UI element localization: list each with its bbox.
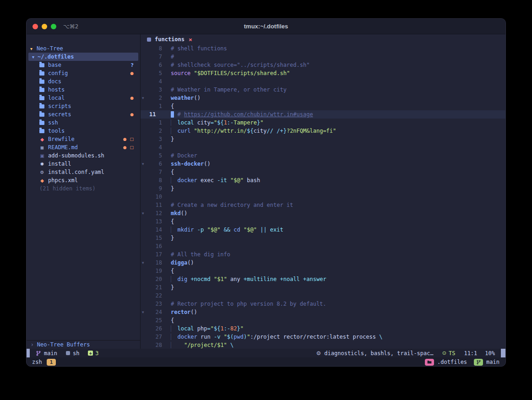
tree-item-install[interactable]: ✱install <box>27 160 140 168</box>
git-modified-badge: ● <box>123 146 127 150</box>
chevron-right-icon: › <box>31 341 33 348</box>
folder-icon <box>427 360 432 364</box>
code-line[interactable]: 19{ <box>141 267 505 275</box>
tree-item-config[interactable]: config● <box>27 69 140 77</box>
code-line[interactable]: 8▏ docker exec -it "$@" bash <box>141 176 505 184</box>
code-line[interactable]: ▾6ssh-docker() <box>141 160 505 168</box>
tmux-window-name[interactable]: zsh <box>32 359 42 365</box>
tree-item-readme-md[interactable]: ◼README.md●□ <box>27 143 140 151</box>
code-line[interactable]: ▾24rector() <box>141 308 505 316</box>
folder-icon <box>39 71 44 76</box>
fold-icon[interactable]: ▾ <box>141 310 147 314</box>
tmux-window-index[interactable]: 1 <box>47 359 56 366</box>
line-number: 3 <box>147 86 162 93</box>
code-token <box>190 128 194 134</box>
code-line[interactable]: 21} <box>141 283 505 292</box>
code-line[interactable]: 7{ <box>141 168 505 176</box>
close-window-button[interactable] <box>33 24 38 29</box>
code-line[interactable]: ▾18digga() <box>141 259 505 267</box>
code-token: { <box>171 268 174 274</box>
code-line[interactable]: 25{ <box>141 316 505 324</box>
code-line[interactable]: 11# Create a new directory and enter it <box>141 201 505 209</box>
tree-item-tools[interactable]: tools <box>27 127 140 135</box>
zoom-window-button[interactable] <box>51 24 56 29</box>
tree-item-phpcs-xml[interactable]: ◆phpcs.xml <box>27 176 140 184</box>
code-token: () <box>187 259 194 266</box>
code-buffer[interactable]: 8# shell functions7#6# shellcheck source… <box>141 44 505 349</box>
lsp-gear-icon: ⚙ <box>316 350 321 357</box>
tree-item-local[interactable]: local● <box>27 94 140 102</box>
tree-item-ssh[interactable]: ssh <box>27 119 140 127</box>
code-token: // /+ <box>267 128 283 134</box>
code-line[interactable]: 9} <box>141 184 505 193</box>
code-line[interactable]: 4 <box>141 143 505 151</box>
tab-functions[interactable]: functions <box>155 36 185 43</box>
code-line[interactable]: 20▏ dig +nocmd "$1" any +multiline +noal… <box>141 275 505 283</box>
code-token: () <box>194 95 201 101</box>
tree-item-scripts[interactable]: scripts <box>27 102 140 110</box>
code-line[interactable]: 27▏ docker run -v "$(pwd)":/project rect… <box>141 333 505 341</box>
git-status-badges: ● <box>130 71 134 76</box>
line-number: 21 <box>147 284 162 291</box>
neotree-sidebar: ▾ Neo-Tree ▾~/.dotfilesbase?config●docsh… <box>27 34 140 349</box>
tree-item-add-submodules-sh[interactable]: ▣add-submodules.sh <box>27 151 140 160</box>
minimize-window-button[interactable] <box>42 24 47 29</box>
indent-guide: ▏ <box>171 119 177 126</box>
code-token: ?2nFQM&lang=fi" <box>287 128 336 134</box>
neotree-buffers-section[interactable]: › Neo-Tree Buffers <box>27 340 140 349</box>
tree-item-docs[interactable]: docs <box>27 77 140 86</box>
tree-item-brewfile[interactable]: ◆Brewfile●□ <box>27 135 140 143</box>
code-line[interactable]: ▾2weather() <box>141 94 505 102</box>
code-line[interactable]: 17# All the dig info <box>141 250 505 259</box>
code-line[interactable]: 7# <box>141 53 505 61</box>
branch-name: main <box>44 350 57 357</box>
code-line[interactable]: 28▏ "/project/$1" \ <box>141 341 505 349</box>
tmux-directory-pill <box>425 359 434 366</box>
code-line[interactable]: 1▏ local city="${1:-Tampere}" <box>141 119 505 127</box>
git-modified-badge: ● <box>130 96 134 100</box>
code-line[interactable]: 5source "$DOTFILES/scripts/shared.sh" <box>141 69 505 77</box>
tree-item-base[interactable]: base? <box>27 61 140 69</box>
titlebar: ⌥⌘2 tmux:~/.dotfiles <box>27 19 505 34</box>
code-token: } <box>283 128 287 134</box>
tree-item-dotfiles[interactable]: ▾~/.dotfiles <box>28 53 138 61</box>
fold-icon[interactable]: ▾ <box>141 162 147 166</box>
code-line[interactable]: ▾12mkd() <box>141 209 505 217</box>
code-line[interactable]: 4 <box>141 77 505 86</box>
tree-item-hosts[interactable]: hosts <box>27 86 140 94</box>
code-line[interactable]: 1{ <box>141 102 505 110</box>
code-line[interactable]: 5# Docker <box>141 151 505 160</box>
code-line-current[interactable]: 11 # https://github.com/chubin/wttr.in#u… <box>141 110 505 119</box>
code-line[interactable]: 10 <box>141 193 505 201</box>
code-line[interactable]: 13{ <box>141 217 505 226</box>
git-untracked-badge: ? <box>131 63 134 68</box>
code-token: = <box>207 325 210 332</box>
code-token <box>267 227 270 233</box>
tree-item-secrets[interactable]: secrets● <box>27 110 140 119</box>
line-number: 22 <box>147 292 162 299</box>
close-tab-icon[interactable]: × <box>189 36 192 43</box>
code-line[interactable]: 15} <box>141 234 505 242</box>
fold-icon[interactable]: ▾ <box>141 260 147 265</box>
code-line[interactable]: 16 <box>141 242 505 250</box>
code-line[interactable]: 14▏ mkdir -p "$@" && cd "$@" || exit <box>141 226 505 234</box>
cursor-position: 11:1 <box>464 350 477 357</box>
nvim-main: ▾ Neo-Tree ▾~/.dotfilesbase?config●docsh… <box>27 34 505 349</box>
xml-icon: ◆ <box>39 178 45 183</box>
folder-icon <box>39 80 44 84</box>
fold-icon[interactable]: ▾ <box>141 211 147 216</box>
code-line[interactable]: 3} <box>141 135 505 143</box>
code-line[interactable]: 6# shellcheck source="../scripts/shared.… <box>141 61 505 69</box>
code-token <box>220 334 223 340</box>
code-line[interactable]: 22 <box>141 292 505 300</box>
code-line[interactable]: 26▏ local php="${1:-82}" <box>141 324 505 333</box>
folder-icon <box>39 96 44 100</box>
code-line[interactable]: 2▏ curl "http://wttr.in/${city// /+}?2nF… <box>141 127 505 135</box>
line-number: 17 <box>147 251 162 258</box>
fold-icon[interactable]: ▾ <box>141 96 147 100</box>
code-line[interactable]: 3# Weather in Tampere, or other city <box>141 86 505 94</box>
code-token: } <box>171 235 174 241</box>
code-line[interactable]: 8# shell functions <box>141 44 505 53</box>
tree-item-install-conf-yaml[interactable]: ⚙install.conf.yaml <box>27 168 140 176</box>
code-line[interactable]: 23# Rector project to php version 8.2 by… <box>141 300 505 308</box>
